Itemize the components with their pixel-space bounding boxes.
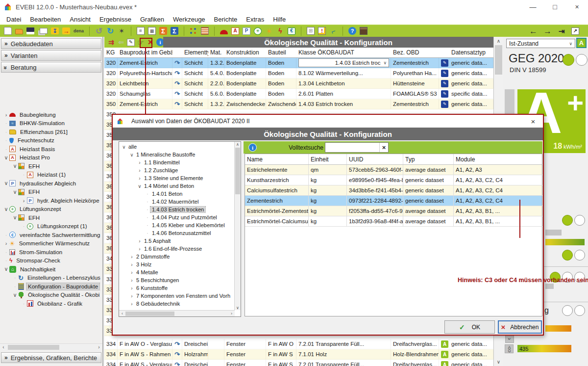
menu-item-extras[interactable]: Extras xyxy=(242,16,269,23)
edit-pencil-icon[interactable]: ✎ xyxy=(441,59,448,67)
scroll-up-icon[interactable]: ∧ xyxy=(235,142,241,147)
expander-down-icon[interactable]: ∨ xyxy=(12,163,18,169)
dialog-table-row[interactable]: Zementestrichkg0973f221-2284-4892-a...ge… xyxy=(245,196,542,206)
sommerlicher-waermeschutz-icon[interactable]: ☀ xyxy=(265,26,273,35)
expander-right-icon[interactable]: › xyxy=(137,238,143,244)
expander-down-icon[interactable]: ∨ xyxy=(137,183,143,189)
dialog-tree-item[interactable]: ·1.4.02 Mauermörtel xyxy=(120,198,234,206)
edit-pencil-icon[interactable]: ✎ xyxy=(441,80,448,87)
scrollbar-thumb[interactable] xyxy=(8,345,59,350)
dialog-tree-item[interactable]: ›1.2 Zuschläge xyxy=(120,166,234,174)
lamp-icon[interactable]: ⌐ xyxy=(328,26,338,36)
chart-icon[interactable]: ↗ xyxy=(571,27,579,35)
sidebar-item-sommerlicher-w-rmeschutz[interactable]: ›☀Sommerlicher Wärmeschutz xyxy=(0,239,102,248)
close-icon[interactable]: × xyxy=(523,117,543,126)
save-icon[interactable] xyxy=(26,27,34,34)
cancel-button[interactable]: ×Abbrechen xyxy=(498,320,542,334)
nav-back-icon[interactable]: ← xyxy=(529,26,538,35)
sidebar-item-hydraulischer-abgleich[interactable]: ∨Phydraulischer Abgleich xyxy=(0,179,102,188)
sidebar-item--kobilanz-grafik[interactable]: ·Ökobilanz - Grafik xyxy=(0,299,102,308)
expander-right-icon[interactable]: › xyxy=(129,278,135,283)
dialog-column-header-name[interactable]: Name xyxy=(245,154,309,164)
sidebar-item-l-ftungskonzept[interactable]: ∨✳Lüftungskonzept xyxy=(0,205,102,214)
strom-icon[interactable]: ϟ xyxy=(276,26,284,35)
sidebar-item--kologische-qualit-t-kobi[interactable]: ∨Ökologische Qualität - Ökobi xyxy=(0,291,102,300)
dialog-tree-item[interactable]: ·1.4.06 Betonzusatzmittel xyxy=(120,229,234,237)
column-header-Datensatztyp[interactable]: Datensatztyp xyxy=(449,48,493,57)
sidebar-item-heizlast-pro[interactable]: ∨AHeizlast Pro xyxy=(0,154,102,162)
dialog-column-header-uuid[interactable]: UUID xyxy=(347,154,403,164)
menu-item-datei[interactable]: Datei xyxy=(2,16,25,23)
nav-jump-icon[interactable]: ⇥ xyxy=(558,26,565,35)
sidebar-item-efh[interactable]: ∨EFH xyxy=(0,162,102,171)
dialog-table-row[interactable]: Calciumsulfatestrichkg34d3bb5e-f241-45b4… xyxy=(245,185,542,196)
scroll-left-icon[interactable]: ‹ xyxy=(119,311,125,316)
sidebar-horizontal-scrollbar[interactable]: ‹› xyxy=(0,343,102,350)
scroll-right-icon[interactable]: › xyxy=(96,344,102,350)
sidebar-section-ergebnisse[interactable]: »Ergebnisse, Grafiken, Berichte xyxy=(1,352,101,363)
maximize-button[interactable]: □ xyxy=(544,0,566,14)
expander-down-icon[interactable]: ∨ xyxy=(121,144,127,150)
dialog-tree-item[interactable]: ›3 Holz xyxy=(120,261,234,268)
edit-pencil-icon[interactable]: ✎ xyxy=(441,101,448,108)
dialog-table-row[interactable]: Estrichelementeqm573cebb5-2963-460f-8...… xyxy=(245,165,542,175)
dialog-tree-item[interactable]: ›8 Gebäudetechnik xyxy=(120,300,234,308)
sidebar-item-einstellungen-lebenszyklus[interactable]: ·↻Einstellungen - Lebenszyklus xyxy=(0,274,102,283)
scrollbar-thumb[interactable] xyxy=(125,312,174,316)
sidebar-item-effizienzhaus-261-[interactable]: ·Effizienzhaus [261] xyxy=(0,128,102,136)
sidebar-item-efh[interactable]: ∨EFH xyxy=(0,188,102,197)
sidebar-item-konfiguration-bauprodukte[interactable]: ·Konfiguration - Bauprodukte xyxy=(0,282,102,291)
wizard-icon[interactable]: ✶ xyxy=(118,26,125,35)
exit-icon[interactable] xyxy=(360,27,368,35)
scroll-down-icon[interactable]: ∨ xyxy=(235,306,241,310)
table-row[interactable]: 334F in AW O - Verglasung↷Dreischei...Fe… xyxy=(104,339,493,349)
fulltext-search-input[interactable]: × xyxy=(325,142,389,153)
expander-right-icon[interactable]: › xyxy=(129,262,135,267)
expander-down-icon[interactable]: ∨ xyxy=(12,214,18,221)
expander-right-icon[interactable]: › xyxy=(3,112,9,118)
dialog-table-row[interactable]: Estrichmörtel-Calciumsulfate...kg1b3f2d9… xyxy=(245,216,542,227)
lueftung-icon[interactable]: ✳ xyxy=(254,27,262,35)
document-values-icon[interactable]: ▦ xyxy=(148,27,156,35)
hydraulischer-abgleich-icon[interactable]: P xyxy=(243,27,250,35)
tree-horizontal-scrollbar[interactable]: ‹› xyxy=(119,310,235,316)
column-header-icon[interactable] xyxy=(439,48,449,57)
expander-right-icon[interactable]: › xyxy=(137,246,143,252)
heizlast-icon[interactable]: A xyxy=(231,27,239,35)
column-header-KG[interactable]: KG xyxy=(104,48,118,57)
import-dena-icon[interactable]: ↧ xyxy=(51,27,59,34)
menu-item-bearbeiten[interactable]: Bearbeiten xyxy=(25,16,65,23)
insert-products-icon[interactable]: ⇉ xyxy=(107,38,115,47)
expander-down-icon[interactable]: ∨ xyxy=(3,266,9,272)
expander-right-icon[interactable]: › xyxy=(129,254,135,260)
scrollbar-thumb[interactable] xyxy=(235,148,240,194)
open-folder-icon[interactable] xyxy=(15,29,23,34)
dialog-tree-item[interactable]: ›1.6 End-of-life-Prozesse xyxy=(120,245,234,253)
sidebar-item-heizlast-basis[interactable]: ·AHeizlast Basis xyxy=(0,145,102,154)
dialog-tree-item[interactable]: ∨alle xyxy=(120,143,234,151)
menu-item-ansicht[interactable]: Ansicht xyxy=(65,16,95,23)
edit-pencil-icon[interactable]: ✎ xyxy=(441,90,448,98)
dialog-tree-item[interactable]: ∨1 Mineralische Baustoffe xyxy=(120,151,234,158)
dialog-tree-item[interactable]: ›1.5 Asphalt xyxy=(120,237,234,245)
clear-search-icon[interactable]: × xyxy=(379,143,388,152)
sidebar-item-strom-simulation[interactable]: ·Strom-Simulation xyxy=(0,248,102,257)
menu-item-werkzeuge[interactable]: Werkzeuge xyxy=(169,16,210,23)
column-header-Klasse ÖKOBAUDAT[interactable]: Klasse ÖKOBAUDAT xyxy=(296,48,391,57)
column-header-Bez. OBD[interactable]: Bez. OBD xyxy=(391,48,439,57)
dialog-tree-item[interactable]: ›2 Dämmstoffe xyxy=(120,253,234,261)
scroll-left-icon[interactable]: ‹ xyxy=(0,344,7,350)
expander-right-icon[interactable]: › xyxy=(129,301,135,307)
baubegleitung-icon[interactable] xyxy=(220,30,228,34)
expander-down-icon[interactable]: ∨ xyxy=(12,189,18,195)
expander-down-icon[interactable]: ∨ xyxy=(3,180,9,186)
expander-down-icon[interactable]: ∨ xyxy=(129,152,135,157)
hierarchy-icon[interactable] xyxy=(190,27,197,35)
dena-label-icon[interactable]: dena xyxy=(74,26,84,35)
expander-right-icon[interactable]: › xyxy=(21,198,27,204)
copy-assignment-icon[interactable]: ✎ xyxy=(127,39,135,46)
dialog-tree-item[interactable]: ∨1.4 Mörtel und Beton xyxy=(120,182,234,190)
dialog-table-row[interactable]: Estrichmörtel-Zementestrichkgf2053ffa-dd… xyxy=(245,206,542,216)
dataset-a-icon[interactable]: A xyxy=(441,340,448,348)
new-file-icon[interactable] xyxy=(4,27,12,35)
